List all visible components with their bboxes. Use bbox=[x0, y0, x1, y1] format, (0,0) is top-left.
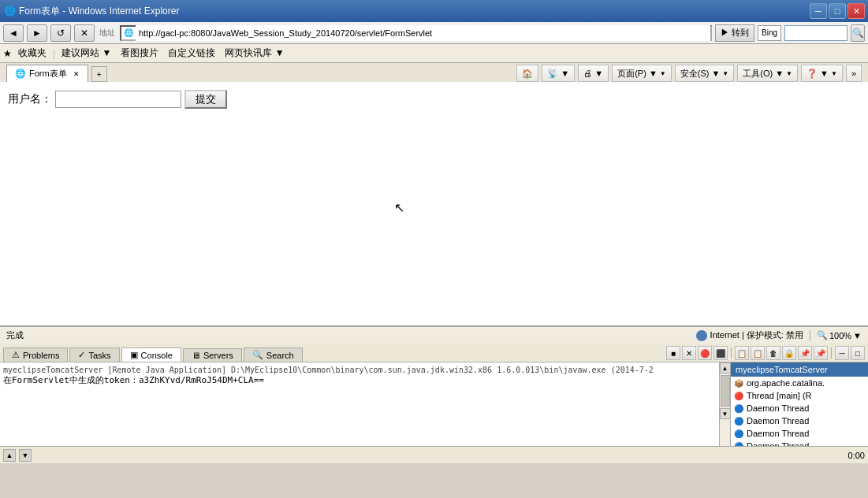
search-button[interactable]: 🔍 bbox=[851, 24, 865, 42]
safety-button[interactable]: 安全(S) ▼ bbox=[675, 65, 735, 82]
fav-item-1[interactable]: 看图搜片 bbox=[117, 45, 162, 61]
window-title: Form表单 - Windows Internet Explorer bbox=[19, 5, 810, 18]
problems-icon: ⚠ bbox=[12, 350, 20, 360]
status-bar: 完成 Internet | 保护模式: 禁用 🔍 100% ▼ bbox=[0, 326, 868, 344]
search-label: Search bbox=[266, 351, 294, 360]
daemon-icon-4: 🔵 bbox=[734, 429, 743, 438]
home-button[interactable]: 🏠 bbox=[516, 65, 538, 82]
globe-icon bbox=[696, 330, 707, 341]
clear-btn[interactable]: 🗑 bbox=[766, 346, 780, 360]
fav-item-2[interactable]: 自定义链接 bbox=[165, 45, 218, 61]
ide-tabs: ⚠ Problems ✓ Tasks ▣ Console 🖥 Servers 🔍… bbox=[0, 344, 868, 362]
maximize-ide-btn[interactable]: □ bbox=[851, 346, 865, 360]
scroll-lock-btn[interactable]: 🔒 bbox=[782, 346, 796, 360]
address-icon: 🌐 bbox=[121, 28, 136, 37]
pin-btn[interactable]: 📌 bbox=[798, 346, 812, 360]
thread-item-5[interactable]: 🔵 Daemon Thread bbox=[731, 440, 868, 446]
scroll-up-btn[interactable]: ▲ bbox=[720, 362, 731, 374]
browser-content: 用户名： 提交 ↖ bbox=[0, 82, 868, 326]
tab-icon: 🌐 bbox=[15, 69, 26, 79]
forward-button[interactable]: ► bbox=[27, 24, 47, 42]
thread-label-0: org.apache.catalina. bbox=[747, 378, 825, 388]
help-button[interactable]: ❓ ▼ bbox=[801, 65, 843, 82]
back-button[interactable]: ◄ bbox=[3, 24, 24, 42]
time-label: 0:00 bbox=[848, 451, 865, 460]
expand-button[interactable]: » bbox=[846, 65, 862, 82]
problems-label: Problems bbox=[23, 351, 59, 360]
main-thread-icon: 🔴 bbox=[734, 392, 743, 400]
username-label: 用户名： bbox=[8, 92, 52, 106]
rss-button[interactable]: 📡 ▼ bbox=[542, 65, 575, 82]
thread-item-2[interactable]: 🔵 Daemon Thread bbox=[731, 402, 868, 414]
divider3 bbox=[831, 347, 832, 359]
thread-item-1[interactable]: 🔴 Thread [main] (R bbox=[731, 389, 868, 402]
thread-item-0[interactable]: 📦 org.apache.catalina. bbox=[731, 377, 868, 389]
zoom-control[interactable]: 🔍 100% ▼ bbox=[817, 330, 862, 340]
zoom-arrow: ▼ bbox=[853, 331, 862, 340]
page-button[interactable]: 页面(P) ▼ bbox=[612, 65, 672, 82]
print-button[interactable]: 🖨 ▼ bbox=[578, 65, 609, 82]
thread-item-4[interactable]: 🔵 Daemon Thread bbox=[731, 427, 868, 440]
search-area: Bing 🔍 bbox=[758, 24, 865, 42]
status-internet: Internet | 保护模式: 禁用 bbox=[696, 329, 803, 341]
tab-servers[interactable]: 🖥 Servers bbox=[183, 348, 242, 362]
submit-button[interactable]: 提交 bbox=[184, 90, 227, 109]
tools-button[interactable]: 工具(O) ▼ bbox=[737, 65, 798, 82]
tab-tasks[interactable]: ✓ Tasks bbox=[69, 347, 119, 362]
stop-btn[interactable]: ■ bbox=[666, 346, 680, 360]
paste-btn[interactable]: 📋 bbox=[751, 346, 765, 360]
scroll-thumb[interactable] bbox=[721, 375, 730, 407]
ide-panel: ⚠ Problems ✓ Tasks ▣ Console 🖥 Servers 🔍… bbox=[0, 344, 868, 463]
address-input[interactable] bbox=[136, 25, 710, 41]
console-icon: ▣ bbox=[130, 350, 138, 360]
address-bar: ◄ ► ↺ ✕ 地址 🌐 ▶ 转到 Bing 🔍 bbox=[0, 22, 868, 44]
scroll-down-btn[interactable]: ▼ bbox=[720, 408, 731, 419]
close-button[interactable]: ✕ bbox=[848, 3, 865, 19]
search-tab-icon: 🔍 bbox=[252, 350, 263, 360]
bottom-status-bar: ▲ ▼ 0:00 bbox=[0, 446, 868, 463]
stop-button[interactable]: ✕ bbox=[74, 24, 95, 42]
console-scrollbar[interactable]: ▲ ▼ bbox=[719, 362, 730, 446]
ide-tab-controls: ■ ✕ 🔴 ⬛ 📋 📋 🗑 🔒 📌 📌 ─ □ bbox=[666, 346, 865, 362]
browser-tab[interactable]: 🌐 Form表单 ✕ bbox=[6, 65, 88, 82]
daemon-icon-2: 🔵 bbox=[734, 404, 743, 413]
thread-item-3[interactable]: 🔵 Daemon Thread bbox=[731, 414, 868, 427]
favorites-icon: ★ bbox=[3, 48, 12, 59]
search-input[interactable] bbox=[784, 25, 848, 41]
go-button[interactable]: ▶ 转到 bbox=[715, 24, 754, 42]
tab-console[interactable]: ▣ Console bbox=[121, 347, 181, 362]
refresh-button[interactable]: ↺ bbox=[50, 24, 71, 42]
down-btn[interactable]: ▼ bbox=[19, 449, 32, 462]
minimize-ide-btn[interactable]: ─ bbox=[835, 346, 849, 360]
app-icon: 🌐 bbox=[3, 5, 16, 17]
status-text: 完成 bbox=[6, 329, 690, 341]
divider bbox=[810, 330, 810, 341]
fav-item-3[interactable]: 网页快讯库 ▼ bbox=[222, 45, 287, 61]
tab-problems[interactable]: ⚠ Problems bbox=[3, 347, 68, 362]
username-input[interactable] bbox=[55, 91, 181, 108]
servers-label: Servers bbox=[203, 351, 233, 360]
console-output: myeclipseTomcatServer [Remote Java Appli… bbox=[0, 362, 719, 446]
cursor: ↖ bbox=[394, 200, 404, 215]
debug-btn[interactable]: ⬛ bbox=[713, 346, 728, 360]
new-tab-button[interactable]: + bbox=[91, 66, 107, 82]
tab-search[interactable]: 🔍 Search bbox=[244, 347, 303, 362]
favorites-bar: ★ 收藏夹 | 建议网站 ▼ 看图搜片 自定义链接 网页快讯库 ▼ bbox=[0, 44, 868, 63]
tab-bar: 🌐 Form表单 ✕ + 🏠 📡 ▼ 🖨 ▼ 页面(P) ▼ 安全(S) ▼ 工… bbox=[0, 63, 868, 82]
copy-btn[interactable]: 📋 bbox=[735, 346, 749, 360]
fav-item-0[interactable]: 建议网站 ▼ bbox=[58, 45, 114, 61]
tasks-icon: ✓ bbox=[78, 350, 85, 360]
favorites-label[interactable]: 收藏夹 bbox=[15, 45, 50, 61]
maximize-button[interactable]: □ bbox=[829, 3, 846, 19]
servers-icon: 🖥 bbox=[192, 351, 200, 360]
tab-close-icon[interactable]: ✕ bbox=[73, 70, 80, 78]
up-btn[interactable]: ▲ bbox=[3, 449, 16, 462]
pin2-btn[interactable]: 📌 bbox=[814, 346, 828, 360]
console-path-line: myeclipseTomcatServer [Remote Java Appli… bbox=[3, 366, 716, 374]
minimize-button[interactable]: ─ bbox=[810, 3, 827, 19]
console-content-line: 在FormServlet中生成的token：a3ZhKYvd/RmRoJ54DM… bbox=[3, 374, 716, 386]
window-controls: ─ □ ✕ bbox=[810, 3, 865, 19]
terminate-btn[interactable]: 🔴 bbox=[698, 346, 712, 360]
search-engine-icon[interactable]: Bing bbox=[758, 25, 781, 41]
remove-btn[interactable]: ✕ bbox=[682, 346, 696, 360]
